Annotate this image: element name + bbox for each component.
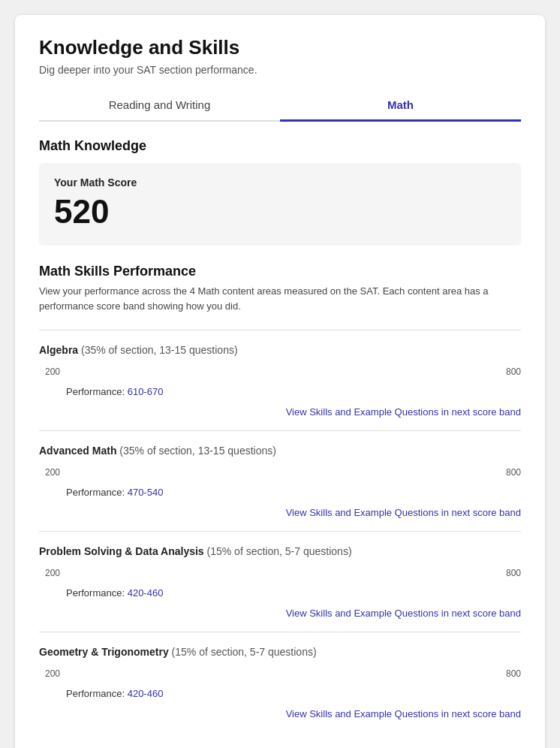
main-card: Knowledge and Skills Dig deeper into you… xyxy=(15,15,545,748)
page-subtitle: Dig deeper into your SAT section perform… xyxy=(39,64,521,76)
bar-max-2: 800 xyxy=(500,568,521,578)
performance-label-3: Performance: xyxy=(66,688,125,699)
tabs-container: Reading and Writing Math xyxy=(39,89,521,122)
view-skills-row-0: View Skills and Example Questions in nex… xyxy=(39,405,521,418)
content-area-3: Geometry & Trigonometry (15% of section,… xyxy=(39,632,521,732)
bar-track-1 xyxy=(66,464,494,481)
areas-container: Algebra (35% of section, 13-15 questions… xyxy=(39,330,521,732)
area-meta-2: (15% of section, 5-7 questions) xyxy=(207,545,352,557)
view-skills-row-3: View Skills and Example Questions in nex… xyxy=(39,707,521,720)
area-header-3: Geometry & Trigonometry (15% of section,… xyxy=(39,646,521,658)
bar-min-1: 200 xyxy=(39,467,60,478)
area-name-1: Advanced Math xyxy=(39,445,116,457)
tab-math[interactable]: Math xyxy=(280,89,521,120)
bar-track-2 xyxy=(66,565,494,581)
score-value: 520 xyxy=(54,193,506,231)
performance-label-2: Performance: xyxy=(66,587,125,599)
view-skills-link-2[interactable]: View Skills and Example Questions in nex… xyxy=(286,608,521,619)
view-skills-row-2: View Skills and Example Questions in nex… xyxy=(39,606,521,620)
bar-track-0 xyxy=(66,363,494,380)
score-box: Your Math Score 520 xyxy=(39,163,521,246)
content-area-2: Problem Solving & Data Analysis (15% of … xyxy=(39,531,521,632)
performance-row-1: Performance: 470-540 xyxy=(66,487,521,498)
view-skills-link-3[interactable]: View Skills and Example Questions in nex… xyxy=(286,708,521,719)
view-skills-link-1[interactable]: View Skills and Example Questions in nex… xyxy=(286,507,521,518)
area-header-1: Advanced Math (35% of section, 13-15 que… xyxy=(39,445,521,457)
area-meta-1: (35% of section, 13-15 questions) xyxy=(119,445,276,457)
bar-max-1: 800 xyxy=(500,467,521,478)
area-name-3: Geometry & Trigonometry xyxy=(39,646,169,658)
bar-row-0: 200800 xyxy=(39,363,521,380)
tab-reading[interactable]: Reading and Writing xyxy=(39,89,280,120)
bar-max-0: 800 xyxy=(500,366,521,377)
performance-label-0: Performance: xyxy=(66,386,125,397)
content-area-1: Advanced Math (35% of section, 13-15 que… xyxy=(39,430,521,531)
math-knowledge-title: Math Knowledge xyxy=(39,138,521,154)
bar-min-0: 200 xyxy=(39,366,60,377)
bar-min-2: 200 xyxy=(39,568,60,578)
content-area-0: Algebra (35% of section, 13-15 questions… xyxy=(39,330,521,430)
performance-range-link-3[interactable]: 420-460 xyxy=(128,688,164,699)
performance-range-link-1[interactable]: 470-540 xyxy=(128,487,164,498)
area-header-0: Algebra (35% of section, 13-15 questions… xyxy=(39,344,521,356)
area-header-2: Problem Solving & Data Analysis (15% of … xyxy=(39,545,521,557)
score-label: Your Math Score xyxy=(54,176,506,189)
performance-row-0: Performance: 610-670 xyxy=(66,386,521,397)
performance-row-3: Performance: 420-460 xyxy=(66,688,521,699)
performance-range-link-2[interactable]: 420-460 xyxy=(128,587,164,599)
bar-min-3: 200 xyxy=(39,668,60,679)
view-skills-row-1: View Skills and Example Questions in nex… xyxy=(39,505,521,519)
area-name-0: Algebra xyxy=(39,344,78,356)
page-title: Knowledge and Skills xyxy=(39,36,521,59)
bar-track-3 xyxy=(66,665,494,682)
area-meta-0: (35% of section, 13-15 questions) xyxy=(81,344,238,356)
performance-row-2: Performance: 420-460 xyxy=(66,587,521,599)
performance-label-1: Performance: xyxy=(66,487,125,498)
performance-range-link-0[interactable]: 610-670 xyxy=(128,386,164,397)
performance-desc: View your performance across the 4 Math … xyxy=(39,284,521,313)
bar-row-1: 200800 xyxy=(39,464,521,481)
bar-row-2: 200800 xyxy=(39,565,521,581)
bar-max-3: 800 xyxy=(500,668,521,679)
view-skills-link-0[interactable]: View Skills and Example Questions in nex… xyxy=(286,406,521,418)
performance-title: Math Skills Performance xyxy=(39,264,521,279)
area-name-2: Problem Solving & Data Analysis xyxy=(39,545,204,557)
bar-row-3: 200800 xyxy=(39,665,521,682)
area-meta-3: (15% of section, 5-7 questions) xyxy=(172,646,317,658)
